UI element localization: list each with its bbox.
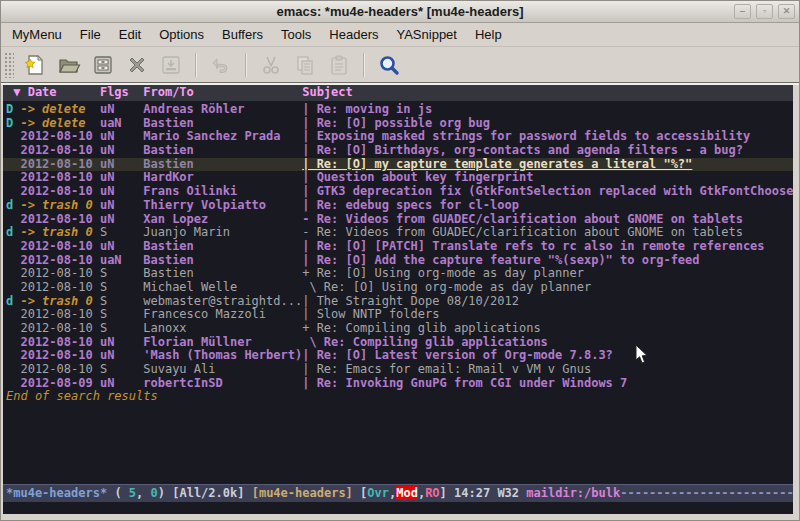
row-date: 2012-08-10 xyxy=(20,363,99,377)
mail-row[interactable]: 2012-08-10uNFlorian Müllner \ Re: Compil… xyxy=(3,336,793,350)
row-flags: S xyxy=(100,267,143,281)
close-buffer-icon[interactable] xyxy=(121,50,153,80)
mark-flag xyxy=(6,281,20,295)
menu-item-yasnippet[interactable]: YASnippet xyxy=(387,24,465,45)
titlebar[interactable]: emacs: *mu4e-headers* [mu4e-headers] ‒ ▫… xyxy=(1,1,799,23)
row-date: -> trash 0 xyxy=(20,226,99,240)
row-subject: | Re: [O] possible org bug xyxy=(302,117,793,131)
row-subject: | Re: moving in js xyxy=(302,103,793,117)
save-icon[interactable] xyxy=(87,50,119,80)
mark-flag xyxy=(6,322,20,336)
row-date: -> trash 0 xyxy=(20,199,99,213)
row-date: 2012-08-09 xyxy=(20,377,99,391)
mail-row[interactable]: 2012-08-10SFrancesco Mazzoli| Slow NNTP … xyxy=(3,308,793,322)
window-title: emacs: *mu4e-headers* [mu4e-headers] xyxy=(1,4,799,19)
mail-row[interactable]: 2012-08-10SSuvayu Ali| Re: Emacs for ema… xyxy=(3,363,793,377)
mail-row[interactable]: d-> trash 0Swebmaster@straightd...| The … xyxy=(3,295,793,309)
mail-row[interactable]: 2012-08-10uNHardKor| Question about key … xyxy=(3,171,793,185)
mail-row[interactable]: 2012-08-09uNrobertcInSD| Re: Invoking Gn… xyxy=(3,377,793,391)
menu-item-help[interactable]: Help xyxy=(466,24,511,45)
mail-row[interactable]: 2012-08-10uNBastien| Re: [O] Birthdays, … xyxy=(3,144,793,158)
row-from: Bastien xyxy=(143,144,302,158)
row-date: 2012-08-10 xyxy=(20,322,99,336)
row-subject: + Re: Compiling glib applications xyxy=(302,322,793,336)
echo-area[interactable] xyxy=(3,502,793,514)
modeline-segment-ro: RO xyxy=(425,486,439,500)
menu-item-headers[interactable]: Headers xyxy=(320,24,387,45)
row-date: 2012-08-10 xyxy=(20,171,99,185)
mark-flag xyxy=(6,158,20,172)
menu-item-tools[interactable]: Tools xyxy=(272,24,320,45)
modeline[interactable]: *mu4e-headers* ( 5, 0) [All/2.0k] [mu4e-… xyxy=(3,484,793,502)
mark-flag xyxy=(6,308,20,322)
row-flags: uaN xyxy=(100,117,143,131)
header-mark-col xyxy=(6,85,13,101)
row-date: 2012-08-10 xyxy=(20,336,99,350)
row-flags: uN xyxy=(100,199,143,213)
header-date-col[interactable]: ▼ Date xyxy=(13,85,100,101)
mail-row[interactable]: 2012-08-10uNXan Lopez- Re: Videos from G… xyxy=(3,213,793,227)
row-from: Bastien xyxy=(143,117,302,131)
cut-icon xyxy=(255,50,287,80)
modeline-segment-plain: [ xyxy=(353,486,367,500)
menu-item-options[interactable]: Options xyxy=(150,24,213,45)
row-from: Bastien xyxy=(143,158,302,172)
menu-item-buffers[interactable]: Buffers xyxy=(213,24,272,45)
mail-row[interactable]: 2012-08-10SMichael Welle \ Re: [O] Using… xyxy=(3,281,793,295)
row-flags: S xyxy=(100,322,143,336)
minimize-button[interactable]: ‒ xyxy=(734,4,751,19)
mark-flag xyxy=(6,144,20,158)
row-date: 2012-08-10 xyxy=(20,281,99,295)
row-date: -> delete xyxy=(20,117,99,131)
row-subject: | Re: [O] [PATCH] Translate refs to rc a… xyxy=(302,240,793,254)
mail-row[interactable]: 2012-08-10uNBastien| Re: [O] [PATCH] Tra… xyxy=(3,240,793,254)
search-icon[interactable] xyxy=(373,50,405,80)
new-file-icon[interactable] xyxy=(19,50,51,80)
mail-row[interactable]: 2012-08-10SBastien+ Re: [O] Using org-mo… xyxy=(3,267,793,281)
mail-row[interactable]: d-> trash 0SJuanjo Marin- Re: Videos fro… xyxy=(3,226,793,240)
row-from: 'Mash (Thomas Herbert) xyxy=(143,349,302,363)
header-from-col[interactable]: From/To xyxy=(143,85,302,101)
mail-row[interactable]: D-> deleteuaNBastien| Re: [O] possible o… xyxy=(3,117,793,131)
row-subject: | Re: Invoking GnuPG from CGI under Wind… xyxy=(302,377,793,391)
mail-row[interactable]: 2012-08-10uNMario Sanchez Prada| Exposin… xyxy=(3,130,793,144)
open-folder-icon[interactable] xyxy=(53,50,85,80)
row-flags: S xyxy=(100,295,143,309)
mail-row[interactable]: D-> deleteuNAndreas Röhler| Re: moving i… xyxy=(3,103,793,117)
header-line[interactable]: ▼ Date Flgs From/To Subject xyxy=(3,85,793,101)
mail-row[interactable]: 2012-08-10uNFrans Oilinki| GTK3 deprecat… xyxy=(3,185,793,199)
row-date: 2012-08-10 xyxy=(20,213,99,227)
modeline-segment-mode: [mu4e-headers] xyxy=(252,486,353,500)
mail-row[interactable]: 2012-08-10uN'Mash (Thomas Herbert)| Re: … xyxy=(3,349,793,363)
mail-row[interactable]: 2012-08-10uNBastien| Re: [O] my capture … xyxy=(3,158,793,172)
paste-icon xyxy=(323,50,355,80)
menubar: MyMenuFileEditOptionsBuffersToolsHeaders… xyxy=(1,23,799,47)
row-flags: S xyxy=(100,226,143,240)
row-flags: uN xyxy=(100,349,143,363)
header-flags-col[interactable]: Flgs xyxy=(100,85,143,101)
mark-flag xyxy=(6,267,20,281)
row-from: Bastien xyxy=(143,267,302,281)
mail-row[interactable]: 2012-08-10uaNBastien| Re: [O] Add the ca… xyxy=(3,254,793,268)
row-from: Michael Welle xyxy=(143,281,302,295)
row-from: Suvayu Ali xyxy=(143,363,302,377)
mark-flag: d xyxy=(6,295,20,309)
modeline-segment-plain: ( xyxy=(107,486,129,500)
modeline-segment-num: 0 xyxy=(151,486,158,500)
row-subject: \ Re: [O] Using org-mode as day planner xyxy=(302,281,793,295)
mail-row[interactable]: 2012-08-10SLanoxx+ Re: Compiling glib ap… xyxy=(3,322,793,336)
menu-item-edit[interactable]: Edit xyxy=(110,24,150,45)
maximize-button[interactable]: ▫ xyxy=(756,4,773,19)
toolbar-drag-handle[interactable] xyxy=(4,52,14,78)
close-button[interactable]: ✕ xyxy=(778,4,795,19)
row-date: 2012-08-10 xyxy=(20,130,99,144)
row-subject: | Slow NNTP folders xyxy=(302,308,793,322)
mark-flag xyxy=(6,363,20,377)
menu-item-mymenu[interactable]: MyMenu xyxy=(3,24,71,45)
menu-item-file[interactable]: File xyxy=(71,24,110,45)
header-subject-col[interactable]: Subject xyxy=(302,85,793,101)
row-from: HardKor xyxy=(143,171,302,185)
mail-row[interactable]: d-> trash 0uNThierry Volpiatto| Re: edeb… xyxy=(3,199,793,213)
modeline-segment-dashes: ----------------------------------------… xyxy=(620,486,793,500)
mark-flag xyxy=(6,130,20,144)
